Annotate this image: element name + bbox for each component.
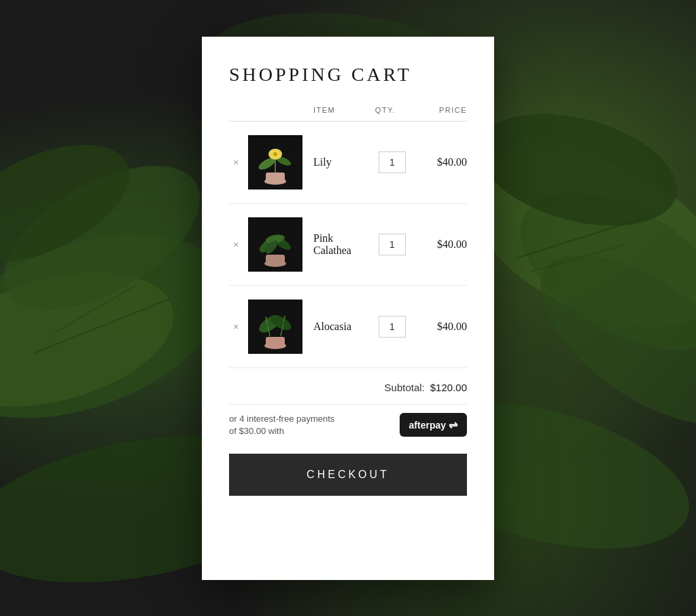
svg-rect-26 (266, 255, 285, 265)
cart-header: ITEM QTY. PRICE (229, 106, 467, 122)
svg-point-2 (0, 137, 224, 340)
item-price: $40.00 (419, 321, 467, 333)
afterpay-badge[interactable]: afterpay ⇌ (400, 413, 467, 437)
product-name: PinkCalathea (313, 232, 365, 257)
item-price: $40.00 (419, 156, 467, 168)
svg-rect-35 (266, 337, 285, 347)
svg-point-23 (273, 152, 277, 156)
svg-point-7 (495, 161, 696, 382)
item-price: $40.00 (419, 238, 467, 251)
afterpay-row: or 4 interest-free paymentsof $30.00 wit… (229, 404, 467, 454)
quantity-input[interactable]: 1 (379, 316, 406, 338)
product-image (248, 135, 302, 189)
cart-row: × Lily 1 $40.00 (229, 122, 467, 204)
checkout-button[interactable]: CHECKOUT (229, 454, 467, 496)
afterpay-icon: ⇌ (449, 418, 457, 431)
product-image (248, 217, 302, 272)
column-header-qty: QTY. (358, 106, 413, 114)
remove-item-button[interactable]: × (229, 239, 243, 250)
column-header-item: ITEM (313, 106, 358, 114)
svg-line-11 (530, 244, 625, 272)
quantity-input[interactable]: 1 (379, 151, 406, 173)
svg-line-5 (54, 285, 136, 333)
svg-point-9 (512, 222, 696, 457)
shopping-cart-modal: SHOPPING CART ITEM QTY. PRICE × (202, 37, 494, 580)
cart-row: × Alocasia 1 $40.00 (229, 286, 467, 368)
afterpay-label: afterpay (409, 420, 446, 431)
svg-point-1 (0, 249, 188, 430)
cart-title: SHOPPING CART (229, 64, 467, 86)
subtotal-label: Subtotal: (385, 382, 425, 393)
svg-line-4 (34, 299, 170, 353)
subtotal-row: Subtotal: $120.00 (229, 368, 467, 404)
product-name: Alocasia (313, 321, 365, 333)
svg-point-3 (0, 120, 147, 287)
remove-item-button[interactable]: × (229, 157, 243, 168)
svg-point-8 (466, 94, 690, 246)
svg-rect-17 (266, 173, 285, 183)
afterpay-text: or 4 interest-free paymentsof $30.00 wit… (229, 413, 334, 437)
remove-item-button[interactable]: × (229, 321, 243, 332)
quantity-input[interactable]: 1 (379, 234, 406, 255)
column-header-price: PRICE (413, 106, 467, 114)
cart-row: × PinkCalathea 1 $40.00 (229, 204, 467, 286)
subtotal-amount: $120.00 (430, 382, 467, 393)
product-image (248, 300, 302, 354)
product-name: Lily (313, 156, 365, 168)
svg-line-10 (517, 217, 646, 258)
